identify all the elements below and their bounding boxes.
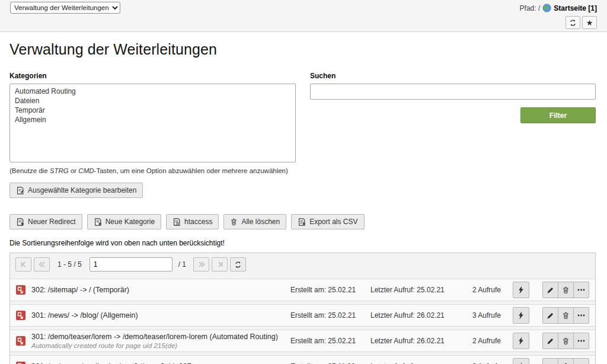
refresh-icon (234, 260, 242, 269)
bookmark-button[interactable]: ★ (582, 16, 597, 29)
record-created: Erstellt am: 25.02.21 (290, 337, 370, 345)
record-action-group (542, 333, 589, 349)
hit-count-button[interactable] (513, 282, 529, 298)
pagination-refresh-button[interactable] (230, 257, 246, 272)
record-text: 301: /demo/teaser/lorem -> /demo/teaser/… (31, 333, 290, 349)
table-row: 301: /news/ -> /blog/ (Allgemein) Erstel… (10, 304, 595, 327)
chevron-right-bar-icon (216, 260, 224, 269)
pagination-first-button[interactable] (15, 257, 31, 272)
search-input[interactable] (310, 84, 596, 100)
document-plus-icon (16, 218, 24, 226)
table-row: 301: /en/career/application/ -> t3://pag… (10, 355, 595, 364)
action-toolbar: Neuer Redirect Neue Kategorie (9, 214, 596, 229)
edit-category-label: Ausgewählte Kategorie bearbeiten (28, 186, 136, 194)
pencil-icon (547, 286, 554, 294)
record-last-call: Letzter Aufruf: 26.02.21 (370, 311, 465, 320)
delete-record-button[interactable] (558, 282, 574, 298)
record-title: 301: /news/ -> /blog/ (Allgemein) (31, 311, 286, 320)
pagination-bar: 1 - 5 / 5 / 1 (10, 253, 595, 276)
record-created: Erstellt am: 25.02.21 (290, 311, 370, 320)
delete-all-button[interactable]: Alle löschen (223, 214, 286, 229)
doc-header: Verwaltung der Weiterleitungen Pfad: / S… (0, 0, 607, 32)
record-hit-count: 2 Aufrufe (465, 286, 501, 294)
more-options-button[interactable] (573, 358, 589, 364)
new-redirect-button[interactable]: Neuer Redirect (9, 214, 82, 229)
more-options-button[interactable] (573, 282, 589, 298)
category-option[interactable]: Temporär (10, 106, 295, 115)
record-subtitle: Automatically created route for page uid… (31, 342, 286, 349)
delete-record-button[interactable] (558, 358, 574, 364)
trash-icon (562, 337, 570, 345)
edit-record-button[interactable] (542, 282, 558, 298)
more-options-button[interactable] (573, 307, 589, 324)
module-function-select[interactable]: Verwaltung der Weiterleitungen (10, 2, 120, 14)
pagination-next-button[interactable] (193, 257, 209, 272)
pagination-previous-button[interactable] (34, 257, 50, 272)
document-eye-icon (172, 218, 181, 226)
breadcrumb: Pfad: / Startseite [1] (520, 4, 597, 12)
double-chevron-left-icon (38, 260, 46, 269)
trash-icon (230, 218, 238, 226)
ellipsis-icon (577, 340, 585, 342)
edit-record-button[interactable] (542, 333, 558, 349)
more-options-button[interactable] (573, 333, 589, 349)
filter-section: Kategorien Automated Routing Dateien Tem… (9, 72, 596, 198)
document-pencil-icon (16, 186, 24, 195)
new-category-button[interactable]: Neue Kategorie (87, 214, 161, 229)
category-option[interactable]: Allgemein (10, 115, 295, 124)
path-label: Pfad: / (520, 4, 541, 12)
delete-record-button[interactable] (558, 333, 574, 349)
hit-count-button[interactable] (513, 333, 529, 349)
new-category-label: Neue Kategorie (106, 218, 155, 226)
edit-record-button[interactable] (542, 307, 558, 324)
export-csv-button[interactable]: Export als CSV (291, 214, 364, 229)
lightning-bolt-icon (517, 311, 525, 320)
lightning-bolt-icon (517, 286, 525, 294)
ellipsis-icon (577, 314, 585, 317)
reload-button[interactable] (566, 16, 580, 29)
doc-header-actions: ★ (566, 16, 597, 29)
page-title: Verwaltung der Weiterleitungen (9, 41, 596, 58)
ellipsis-icon (577, 289, 585, 291)
pagination-page-input[interactable] (90, 257, 172, 272)
multiselect-hint: (Benutze die STRG or CMD-Tasten, um eine… (9, 167, 296, 174)
category-option[interactable]: Automated Routing (10, 87, 295, 96)
pencil-icon (547, 312, 554, 320)
module-body: Verwaltung der Weiterleitungen Kategorie… (0, 41, 607, 364)
hit-count-button[interactable] (513, 358, 529, 364)
search-label: Suchen (310, 72, 596, 80)
trash-icon (562, 311, 570, 320)
redirect-record-icon (16, 336, 25, 346)
record-created: Erstellt am: 25.02.21 (290, 286, 370, 294)
record-text: 302: /sitemap/ -> / (Temporär) (31, 286, 290, 294)
redirect-record-icon (16, 285, 25, 295)
categories-label: Kategorien (9, 72, 296, 80)
pagination-total-label: / 1 (178, 260, 186, 269)
edit-category-button[interactable]: Ausgewählte Kategorie bearbeiten (9, 183, 143, 198)
htaccess-label: htaccess (184, 218, 212, 226)
pagination-last-button[interactable] (212, 257, 228, 272)
star-icon: ★ (586, 19, 593, 27)
category-option[interactable]: Dateien (10, 96, 295, 106)
record-title: 302: /sitemap/ -> / (Temporär) (31, 286, 286, 294)
refresh-icon (568, 18, 577, 27)
categories-column: Kategorien Automated Routing Dateien Tem… (9, 72, 296, 198)
filter-button[interactable]: Filter (520, 107, 596, 123)
htaccess-button[interactable]: htaccess (166, 214, 219, 229)
search-column: Suchen Filter (310, 72, 596, 198)
record-action-group (542, 358, 589, 364)
table-row: 302: /sitemap/ -> / (Temporär) Erstellt … (10, 279, 595, 301)
record-last-call: Letzter Aufruf: 26.02.21 (370, 337, 465, 345)
categories-listbox[interactable]: Automated Routing Dateien Temporär Allge… (9, 84, 296, 162)
edit-record-button[interactable] (542, 358, 558, 364)
record-action-group (542, 282, 589, 298)
globe-icon (542, 4, 551, 12)
current-page-label: Startseite [1] (554, 4, 597, 12)
delete-record-button[interactable] (558, 307, 574, 324)
trash-icon (562, 286, 570, 294)
record-hit-count: 3 Aufrufe (465, 311, 501, 320)
pencil-icon (547, 337, 554, 345)
hit-count-button[interactable] (513, 307, 529, 324)
delete-all-label: Alle löschen (241, 218, 280, 226)
sort-order-note: Die Sortierungsreihenfolge wird von oben… (9, 239, 596, 247)
